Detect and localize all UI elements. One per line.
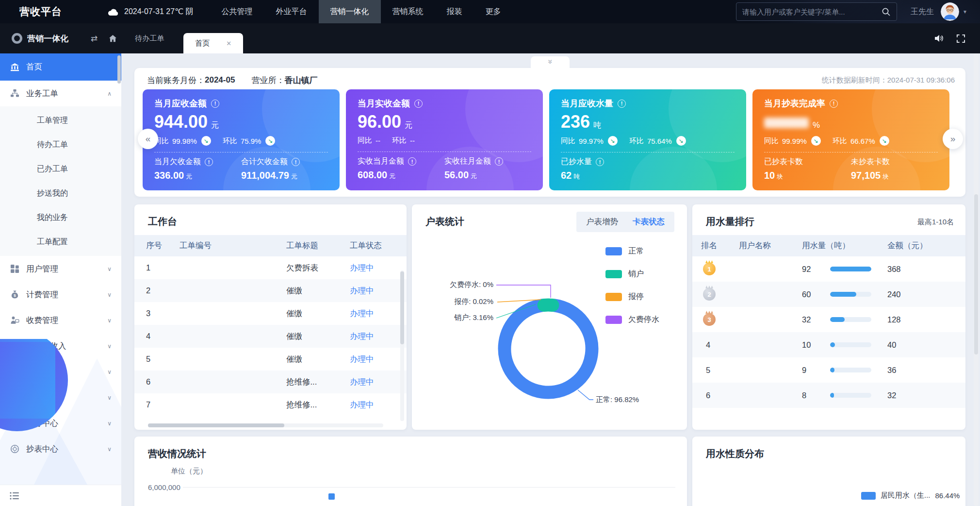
info-icon[interactable]: ! xyxy=(292,158,300,166)
meter-status-donut-chart[interactable] xyxy=(491,291,605,406)
collapse-overview-button[interactable]: « xyxy=(531,56,570,68)
fullscreen-icon[interactable] xyxy=(956,34,965,43)
card-title: 当月抄表完成率 xyxy=(764,98,825,109)
submenu-my-business[interactable]: 我的业务 xyxy=(0,205,121,230)
topnav-marketing-integration[interactable]: 营销一体化 xyxy=(319,0,381,23)
info-icon[interactable]: ! xyxy=(618,100,626,108)
table-row[interactable]: 4催缴办理中 xyxy=(134,325,407,348)
sidebar-item-meter-affairs-center[interactable]: ? 表务中心 ∨ xyxy=(0,410,121,436)
status-link[interactable]: 办理中 xyxy=(350,263,407,273)
submenu-order-config[interactable]: 工单配置 xyxy=(0,230,121,254)
info-icon[interactable]: ! xyxy=(211,100,219,108)
tab-meter-growth[interactable]: 户表增势 xyxy=(586,217,618,227)
sidebar-item-meter-reading-center[interactable]: 抄表中心 ∨ xyxy=(0,436,121,462)
table-row[interactable]: 7抢维修...办理中 xyxy=(134,393,407,416)
status-link[interactable]: 办理中 xyxy=(350,286,407,296)
table-row[interactable]: 1欠费拆表办理中 xyxy=(134,256,407,279)
table-row[interactable]: 6抢维修...办理中 xyxy=(134,371,407,393)
info-icon[interactable]: ! xyxy=(495,157,503,166)
info-icon[interactable]: ! xyxy=(596,158,604,166)
info-icon[interactable]: ! xyxy=(408,157,416,166)
tabbar-right-tools xyxy=(934,34,980,43)
trend-down-icon: ↘ xyxy=(880,136,889,146)
legend-item-paused[interactable]: 报停 xyxy=(605,292,659,302)
submenu-todo-orders[interactable]: 待办工单 xyxy=(0,133,121,157)
topnav-marketing-system[interactable]: 营销系统 xyxy=(381,0,435,23)
info-icon[interactable]: ! xyxy=(414,100,423,108)
chevron-down-icon: ∨ xyxy=(107,394,112,401)
status-link[interactable]: 办理中 xyxy=(350,354,407,365)
tab-home[interactable]: 首页 ✕ xyxy=(183,33,243,53)
table-row[interactable]: 3催缴办理中 xyxy=(134,302,407,325)
table-row[interactable]: 2催缴办理中 xyxy=(134,279,407,302)
status-link[interactable]: 办理中 xyxy=(350,331,407,342)
sidebar-scrollbar-thumb[interactable] xyxy=(117,55,121,84)
close-tab-icon[interactable]: ✕ xyxy=(226,40,231,47)
office-label: 营业所： xyxy=(251,75,284,86)
submenu-done-orders[interactable]: 已办工单 xyxy=(0,157,121,181)
topnav-more[interactable]: 更多 xyxy=(474,0,513,23)
sidebar-item-fee-mgmt[interactable]: 收费管理 ∨ xyxy=(0,307,121,333)
sidebar-item-billing-mgmt[interactable]: $ 计费管理 ∨ xyxy=(0,282,121,307)
legend-item-cancelled[interactable]: 销户 xyxy=(605,269,659,279)
workbench-vertical-scrollbar[interactable] xyxy=(400,270,404,421)
avatar[interactable] xyxy=(941,2,959,21)
list-item[interactable]: 6 8 32 xyxy=(692,383,965,408)
list-item[interactable]: 1 92 368 xyxy=(692,256,965,282)
stat-card-receivable-amount[interactable]: 当月应收金额! 944.00元 同比99.98% ↘ 环比75.9% ↘ 当月欠… xyxy=(143,89,340,190)
card-title: 当月实收金额 xyxy=(358,98,410,109)
sidebar-item-user-mgmt[interactable]: 用户管理 ∨ xyxy=(0,256,121,282)
svg-text:?: ? xyxy=(13,369,16,374)
submenu-order-mgmt[interactable]: 工单管理 xyxy=(0,108,121,133)
status-link[interactable]: 办理中 xyxy=(350,308,407,319)
table-row[interactable]: 5催缴办理中 xyxy=(134,348,407,371)
topnav-public-mgmt[interactable]: 公共管理 xyxy=(210,0,264,23)
info-icon[interactable]: ! xyxy=(830,100,838,108)
money-bag-icon: $ xyxy=(10,290,20,299)
list-item[interactable]: 3 32 128 xyxy=(692,307,965,332)
stat-card-reading-completion[interactable]: 当月抄表完成率! % 同比99.99% ↘ 环比66.67% ↘ 已抄表卡数10… xyxy=(752,89,949,190)
stat-card-received-amount[interactable]: 当月实收金额! 96.00元 同比-- 环比-- 实收当月金额!608.00元 … xyxy=(346,89,543,190)
list-item[interactable]: 5 9 36 xyxy=(692,357,965,383)
swap-tabs-icon[interactable]: ⇄ xyxy=(91,34,98,44)
question-circle-icon: ? xyxy=(10,393,20,402)
list-item[interactable]: 2 60 240 xyxy=(692,282,965,307)
stat-card-receivable-water[interactable]: 当月应收水量! 236吨 同比99.97% ↘ 环比75.64% ↘ 已抄水量!… xyxy=(549,89,746,190)
sidebar-item-label: 催缴管理 xyxy=(26,367,58,377)
tab-card-meter-status[interactable]: 卡表状态 xyxy=(633,217,665,227)
usage-bar xyxy=(830,342,835,347)
cloud-icon xyxy=(107,8,119,16)
ranking-table-header: 排名 用户名称 用水量（吨） 金额（元） xyxy=(692,235,965,256)
legend-item-arrears-cut[interactable]: 欠费停水 xyxy=(605,315,659,325)
global-search[interactable] xyxy=(736,2,897,21)
carousel-next-button[interactable]: » xyxy=(943,129,963,149)
info-icon[interactable]: ! xyxy=(205,158,213,166)
search-icon[interactable] xyxy=(882,7,891,17)
topnav-field-platform[interactable]: 外业平台 xyxy=(264,0,319,23)
search-input[interactable] xyxy=(742,8,882,16)
water-nature-legend-item[interactable]: 居民用水（生... 86.44% xyxy=(861,491,960,500)
home-icon[interactable] xyxy=(108,34,117,43)
sidebar-item-work-orders[interactable]: 业务工单 ∧ xyxy=(0,81,121,106)
status-link[interactable]: 办理中 xyxy=(350,377,407,388)
callout-paused: 报停: 0.02% xyxy=(421,297,493,306)
list-item[interactable] xyxy=(692,408,965,430)
legend-item-normal[interactable]: 正常 xyxy=(605,246,659,256)
axis-unit-label: 单位（元） xyxy=(171,467,207,476)
sidebar-item-collection-mgmt[interactable]: ? 催缴管理 ∨ xyxy=(0,359,121,385)
speaker-icon[interactable] xyxy=(934,34,944,43)
tab-todo-orders[interactable]: 待办工单 xyxy=(122,34,177,43)
revenue-legend-marker[interactable] xyxy=(328,493,335,500)
user-menu-caret-icon[interactable]: ▾ xyxy=(964,8,966,15)
status-link[interactable]: 办理中 xyxy=(350,400,407,410)
topnav-installation[interactable]: 报装 xyxy=(435,0,474,23)
menu-list-icon[interactable] xyxy=(10,491,19,500)
workbench-horizontal-scrollbar[interactable] xyxy=(148,423,383,427)
sidebar-item-home[interactable]: 首页 xyxy=(0,53,121,81)
list-item[interactable]: 4 10 40 xyxy=(692,332,965,357)
submenu-cc-me[interactable]: 抄送我的 xyxy=(0,181,121,205)
sidebar-item-non-operating-income[interactable]: ? 营业外收入 ∨ xyxy=(0,333,121,359)
carousel-prev-button[interactable]: « xyxy=(138,129,158,149)
sidebar-item-installation-center[interactable]: ? 报装中心 ∨ xyxy=(0,385,121,410)
page-scrollbar[interactable] xyxy=(974,53,979,506)
